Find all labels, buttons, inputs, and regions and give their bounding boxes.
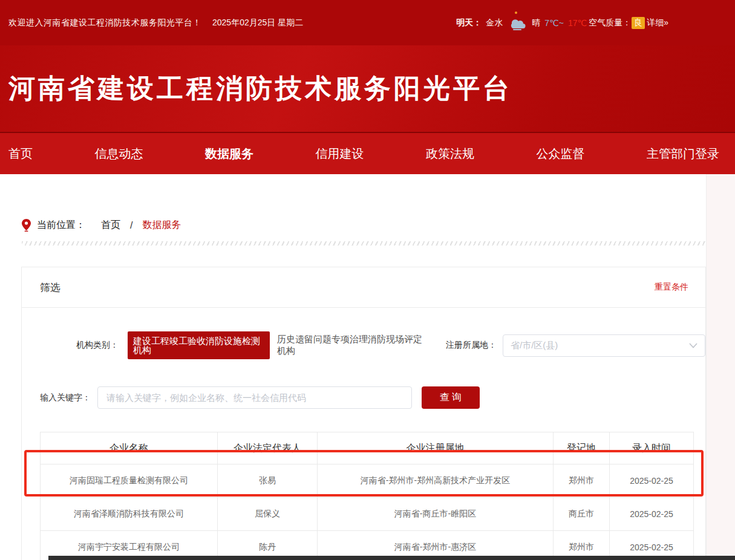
- table-row[interactable]: 河南固瑞工程质量检测有限公司 张易 河南省-郑州市-郑州高新技术产业开发区 郑州…: [41, 464, 694, 498]
- keyword-filter-row: 输入关键字： 查 询: [40, 386, 705, 409]
- weather-district: 金水: [486, 18, 503, 28]
- cell-company-name: 河南固瑞工程质量检测有限公司: [41, 464, 218, 498]
- date-text: 2025年02月25日 星期二: [212, 18, 303, 28]
- nav-item-credit[interactable]: 信用建设: [316, 146, 364, 162]
- table-row[interactable]: 河南省泽顺消防科技有限公司 屈保义 河南省-商丘市-睢阳区 商丘市 2025-0…: [41, 498, 694, 531]
- cell-registration-place: 郑州市: [554, 464, 610, 498]
- site-title: 河南省建设工程消防技术服务阳光平台: [8, 71, 512, 106]
- weather-cloud-icon: [507, 15, 528, 31]
- weather-condition: 晴: [532, 18, 540, 28]
- breadcrumb-separator: /: [130, 220, 132, 231]
- weather-tomorrow-label: 明天：: [456, 18, 482, 28]
- region-filter-group: 注册所属地： 省/市/区(县): [446, 334, 705, 357]
- weather-dot-icon: [515, 11, 517, 14]
- search-button[interactable]: 查 询: [422, 386, 480, 409]
- region-select-placeholder: 省/市/区(县): [511, 340, 558, 351]
- col-header-company-name: 企业名称: [41, 432, 218, 464]
- air-quality-badge: 良: [632, 17, 645, 29]
- weather-detail-link[interactable]: 详细»: [647, 18, 668, 28]
- breadcrumb-home-link[interactable]: 首页: [101, 219, 120, 232]
- breadcrumb-label: 当前位置：: [37, 219, 85, 232]
- right-gutter: [706, 174, 735, 560]
- main-nav: 首页 信息动态 数据服务 信用建设 政策法规 公众监督 主管部门登录: [0, 132, 735, 174]
- category-option-active[interactable]: 建设工程竣工验收消防设施检测机构: [128, 331, 270, 359]
- nav-item-policy[interactable]: 政策法规: [426, 146, 474, 162]
- table-header-row: 企业名称 企业法定代表人 企业注册属地 登记地 录入时间: [41, 432, 694, 464]
- cell-registered-region: 河南省-商丘市-睢阳区: [318, 498, 554, 531]
- air-quality-label: 空气质量：: [589, 18, 631, 28]
- nav-item-data-service[interactable]: 数据服务: [205, 146, 253, 162]
- breadcrumb: 当前位置： 首页 / 数据服务: [22, 219, 735, 232]
- keyword-label: 输入关键字：: [40, 392, 91, 403]
- filter-panel: 筛选 重置条件 机构类别： 建设工程竣工验收消防设施检测机构 历史遗留问题专项治…: [21, 267, 706, 560]
- col-header-entry-date: 录入时间: [610, 432, 694, 464]
- reset-filters-link[interactable]: 重置条件: [655, 282, 688, 293]
- nav-item-supervision[interactable]: 公众监督: [537, 146, 585, 162]
- cell-registered-region: 河南省-郑州市-郑州高新技术产业开发区: [318, 464, 554, 498]
- cell-entry-date: 2025-02-25: [610, 498, 694, 531]
- cell-legal-rep: 屈保义: [218, 498, 318, 531]
- temp-low: 7℃~: [544, 18, 564, 28]
- location-pin-icon: [22, 219, 31, 232]
- welcome-text: 欢迎进入河南省建设工程消防技术服务阳光平台！: [8, 18, 201, 28]
- nav-item-admin-login[interactable]: 主管部门登录: [647, 146, 719, 162]
- keyword-input[interactable]: [97, 386, 412, 409]
- nav-item-news[interactable]: 信息动态: [95, 146, 143, 162]
- col-header-registered-region: 企业注册属地: [318, 432, 554, 464]
- chevron-down-icon: [689, 343, 697, 348]
- region-label: 注册所属地：: [446, 340, 497, 351]
- breadcrumb-current-link[interactable]: 数据服务: [142, 219, 181, 232]
- topbar: 欢迎进入河南省建设工程消防技术服务阳光平台！ 2025年02月25日 星期二 明…: [0, 0, 735, 45]
- company-table: 企业名称 企业法定代表人 企业注册属地 登记地 录入时间 河南固瑞工程质量检测有…: [40, 432, 694, 560]
- category-label: 机构类别：: [76, 340, 119, 351]
- category-filter-row: 机构类别： 建设工程竣工验收消防设施检测机构 历史遗留问题专项治理消防现场评定机…: [40, 329, 705, 362]
- col-header-legal-rep: 企业法定代表人: [218, 432, 318, 464]
- category-option-inactive[interactable]: 历史遗留问题专项治理消防现场评定机构: [276, 329, 426, 362]
- cell-company-name: 河南省泽顺消防科技有限公司: [41, 498, 218, 531]
- filter-panel-header: 筛选 重置条件: [22, 267, 705, 308]
- site-banner: 河南省建设工程消防技术服务阳光平台: [0, 45, 735, 132]
- col-header-registration-place: 登记地: [554, 432, 610, 464]
- footer-edge: [48, 556, 735, 560]
- filter-title: 筛选: [40, 281, 60, 295]
- region-select[interactable]: 省/市/区(县): [503, 334, 705, 357]
- stripe-divider: [22, 241, 707, 246]
- weather-widget: 明天： 金水 晴 7℃~ 17℃ 空气质量： 良 详细»: [456, 15, 668, 31]
- cell-legal-rep: 张易: [218, 464, 318, 498]
- cell-registration-place: 商丘市: [554, 498, 610, 531]
- nav-item-home[interactable]: 首页: [8, 146, 33, 162]
- temp-high: 17℃: [568, 18, 587, 28]
- cell-entry-date: 2025-02-25: [610, 464, 694, 498]
